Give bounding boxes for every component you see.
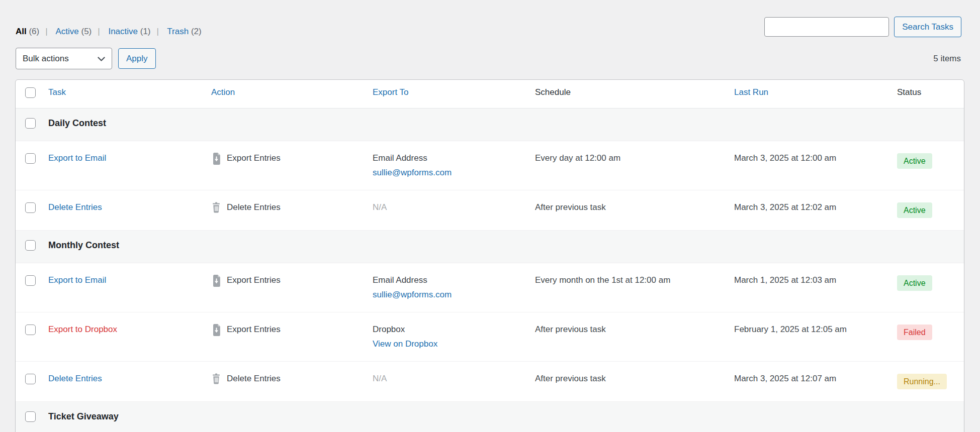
column-header-export-to[interactable]: Export To [373, 87, 409, 97]
table-row: Export to Email Export Entries [16, 263, 964, 312]
task-name-link[interactable]: Delete Entries [48, 374, 102, 383]
filter-separator: | [45, 27, 47, 36]
filter-count: (5) [79, 27, 92, 36]
group-row: Daily Contest [16, 109, 964, 141]
task-name-link[interactable]: Export to Email [48, 275, 106, 285]
column-header-action[interactable]: Action [211, 87, 235, 97]
last-run-text: March 3, 2025 at 12:00 am [734, 153, 836, 163]
export-target: Email Address [373, 275, 530, 285]
schedule-text: Every day at 12:00 am [535, 153, 620, 163]
status-badge: Active [897, 275, 932, 291]
bulk-actions-select[interactable]: Bulk actions [16, 48, 112, 69]
apply-button[interactable]: Apply [118, 48, 156, 69]
filter-separator: | [98, 27, 100, 36]
filter-list: All (6)| Active (5)| Inactive (1)| Trash… [16, 27, 202, 37]
action-label: Export Entries [227, 275, 281, 285]
action-label: Export Entries [227, 153, 281, 163]
search-bar: Search Tasks [764, 17, 961, 37]
filter-item: Inactive (1)| [108, 27, 165, 36]
action-label: Delete Entries [227, 374, 281, 384]
task-name-link[interactable]: Delete Entries [48, 202, 102, 212]
filter-link[interactable]: Inactive [108, 27, 138, 36]
last-run-text: March 3, 2025 at 12:02 am [734, 202, 836, 212]
trash-icon [211, 202, 221, 213]
column-header-last-run[interactable]: Last Run [734, 87, 768, 97]
group-row: Monthly Contest [16, 231, 964, 263]
filter-link[interactable]: All [16, 27, 27, 36]
tasks-table: Task Action Export To Schedule Last Run … [15, 79, 964, 432]
file-export-icon [211, 324, 221, 336]
action-label: Export Entries [227, 325, 281, 335]
export-target: N/A [373, 202, 530, 212]
items-count: 5 items [933, 54, 961, 64]
page: All (6)| Active (5)| Inactive (1)| Trash… [0, 0, 980, 432]
schedule-text: After previous task [535, 202, 606, 212]
task-name-link[interactable]: Export to Dropbox [48, 325, 117, 334]
row-checkbox[interactable] [25, 153, 36, 164]
export-target-link[interactable]: sullie@wpforms.com [373, 290, 452, 300]
filter-count: (1) [138, 27, 151, 36]
table-row: Delete Entries Delete Entries [16, 190, 964, 231]
row-checkbox[interactable] [25, 118, 36, 129]
export-target-link[interactable]: View on Dropbox [373, 339, 437, 349]
table-row: Export to Dropbox Export Entries [16, 312, 964, 362]
export-target: N/A [373, 374, 530, 384]
status-badge: Running... [897, 374, 947, 389]
column-header-task[interactable]: Task [48, 87, 66, 97]
row-checkbox[interactable] [25, 275, 36, 286]
search-tasks-button[interactable]: Search Tasks [894, 17, 961, 37]
filter-count: (6) [27, 27, 40, 36]
bulk-actions-selected-value: Bulk actions [23, 54, 69, 64]
row-checkbox[interactable] [25, 325, 36, 335]
chevron-down-icon [98, 57, 105, 62]
row-checkbox[interactable] [25, 411, 36, 422]
export-target: Email Address [373, 153, 530, 163]
group-row: Ticket Giveaway [16, 402, 964, 432]
task-name-link[interactable]: Export to Email [48, 153, 106, 163]
table-body: Daily Contest Export to Email [16, 109, 964, 432]
schedule-text: After previous task [535, 374, 606, 383]
row-checkbox[interactable] [25, 202, 36, 213]
select-all-checkbox[interactable] [25, 87, 36, 98]
row-checkbox[interactable] [25, 240, 36, 251]
status-badge: Failed [897, 325, 932, 340]
group-title: Monthly Contest [48, 240, 119, 250]
row-checkbox[interactable] [25, 374, 36, 384]
filter-item: All (6)| [16, 27, 54, 36]
column-header-schedule: Schedule [535, 87, 571, 97]
status-badge: Active [897, 153, 932, 169]
status-badge: Active [897, 202, 932, 218]
last-run-text: March 1, 2025 at 12:03 am [734, 275, 836, 285]
table-row: Export to Email Export Entries [16, 141, 964, 190]
filter-count: (2) [189, 27, 202, 36]
schedule-text: After previous task [535, 325, 606, 334]
table-row: Delete Entries Delete Entries [16, 362, 964, 402]
filter-item: Trash (2) [167, 27, 201, 36]
bulk-actions-toolbar: Bulk actions Apply [16, 48, 156, 69]
export-target: Dropbox [373, 325, 530, 335]
schedule-text: Every month on the 1st at 12:00 am [535, 275, 670, 285]
column-header-status: Status [897, 87, 921, 97]
action-label: Delete Entries [227, 202, 281, 212]
filter-separator: | [157, 27, 159, 36]
group-title: Ticket Giveaway [48, 411, 119, 421]
group-title: Daily Contest [48, 118, 106, 128]
table-header-row: Task Action Export To Schedule Last Run … [16, 80, 964, 109]
file-export-icon [211, 153, 221, 165]
filter-link[interactable]: Active [55, 27, 78, 36]
filter-link[interactable]: Trash [167, 27, 189, 36]
filter-item: Active (5)| [55, 27, 106, 36]
last-run-text: February 1, 2025 at 12:05 am [734, 325, 847, 334]
export-target-link[interactable]: sullie@wpforms.com [373, 168, 452, 178]
last-run-text: March 3, 2025 at 12:07 am [734, 374, 836, 383]
search-input[interactable] [764, 17, 889, 37]
file-export-icon [211, 275, 221, 287]
trash-icon [211, 373, 221, 385]
